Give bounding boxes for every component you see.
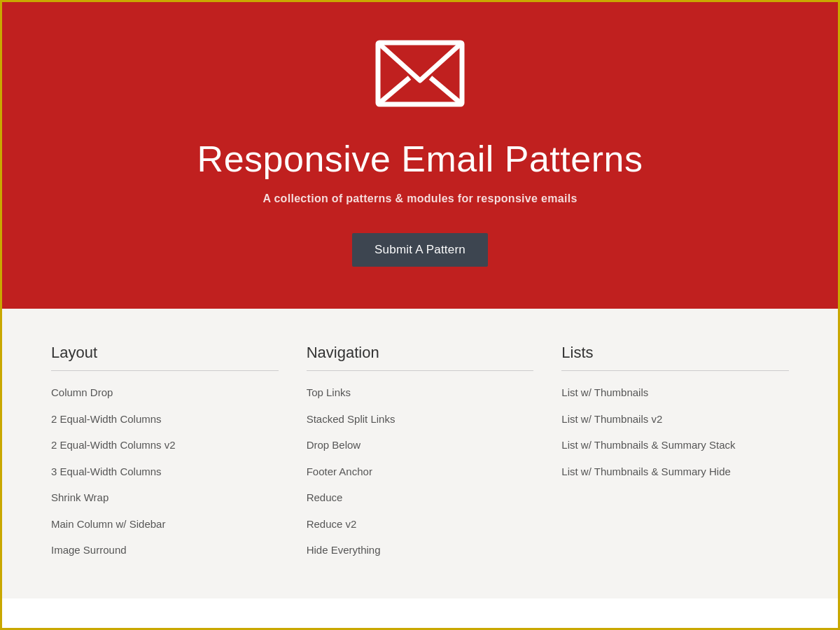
- layout-link-3[interactable]: 3 Equal-Width Columns: [51, 458, 279, 485]
- column-navigation-title: Navigation: [307, 344, 534, 371]
- submit-pattern-button[interactable]: Submit A Pattern: [352, 233, 488, 267]
- navigation-link-0[interactable]: Top Links: [307, 379, 534, 406]
- navigation-link-5[interactable]: Reduce v2: [307, 511, 534, 538]
- column-layout-title: Layout: [51, 344, 279, 371]
- layout-link-2[interactable]: 2 Equal-Width Columns v2: [51, 432, 279, 458]
- list-item: List w/ Thumbnails: [561, 379, 789, 406]
- layout-link-5[interactable]: Main Column w/ Sidebar: [51, 511, 279, 538]
- list-item: Reduce: [307, 484, 534, 511]
- list-item: Drop Below: [307, 432, 534, 458]
- list-item: Column Drop: [51, 379, 279, 406]
- list-item: Image Surround: [51, 537, 279, 564]
- envelope-icon: [374, 37, 465, 117]
- svg-line-2: [430, 78, 462, 104]
- list-item: Hide Everything: [307, 537, 534, 564]
- svg-line-1: [378, 78, 410, 104]
- layout-link-1[interactable]: 2 Equal-Width Columns: [51, 406, 279, 433]
- layout-link-0[interactable]: Column Drop: [51, 379, 279, 406]
- lists-link-0[interactable]: List w/ Thumbnails: [561, 379, 789, 406]
- list-item: Main Column w/ Sidebar: [51, 511, 279, 538]
- list-item: Top Links: [307, 379, 534, 406]
- column-layout: LayoutColumn Drop2 Equal-Width Columns2 …: [51, 344, 307, 564]
- layout-link-4[interactable]: Shrink Wrap: [51, 484, 279, 511]
- column-layout-list: Column Drop2 Equal-Width Columns2 Equal-…: [51, 379, 279, 564]
- list-item: List w/ Thumbnails & Summary Hide: [561, 458, 789, 485]
- list-item: Stacked Split Links: [307, 406, 534, 433]
- list-item: List w/ Thumbnails & Summary Stack: [561, 432, 789, 458]
- lists-link-3[interactable]: List w/ Thumbnails & Summary Hide: [561, 458, 789, 485]
- list-item: Shrink Wrap: [51, 484, 279, 511]
- navigation-link-4[interactable]: Reduce: [307, 484, 534, 511]
- column-navigation: NavigationTop LinksStacked Split LinksDr…: [307, 344, 562, 564]
- hero-section: Responsive Email Patterns A collection o…: [2, 2, 838, 309]
- list-item: 2 Equal-Width Columns: [51, 406, 279, 433]
- hero-subtitle: A collection of patterns & modules for r…: [262, 192, 577, 205]
- column-navigation-list: Top LinksStacked Split LinksDrop BelowFo…: [307, 379, 534, 564]
- content-section: LayoutColumn Drop2 Equal-Width Columns2 …: [2, 309, 838, 598]
- column-lists-title: Lists: [561, 344, 789, 371]
- navigation-link-3[interactable]: Footer Anchor: [307, 458, 534, 485]
- hero-title: Responsive Email Patterns: [197, 138, 643, 180]
- navigation-link-2[interactable]: Drop Below: [307, 432, 534, 458]
- navigation-link-1[interactable]: Stacked Split Links: [307, 406, 534, 433]
- column-lists-list: List w/ ThumbnailsList w/ Thumbnails v2L…: [561, 379, 789, 484]
- navigation-link-6[interactable]: Hide Everything: [307, 537, 534, 564]
- lists-link-2[interactable]: List w/ Thumbnails & Summary Stack: [561, 432, 789, 458]
- column-lists: ListsList w/ ThumbnailsList w/ Thumbnail…: [561, 344, 789, 564]
- list-item: List w/ Thumbnails v2: [561, 406, 789, 433]
- list-item: 3 Equal-Width Columns: [51, 458, 279, 485]
- list-item: 2 Equal-Width Columns v2: [51, 432, 279, 458]
- list-item: Reduce v2: [307, 511, 534, 538]
- list-item: Footer Anchor: [307, 458, 534, 485]
- lists-link-1[interactable]: List w/ Thumbnails v2: [561, 406, 789, 433]
- layout-link-6[interactable]: Image Surround: [51, 537, 279, 564]
